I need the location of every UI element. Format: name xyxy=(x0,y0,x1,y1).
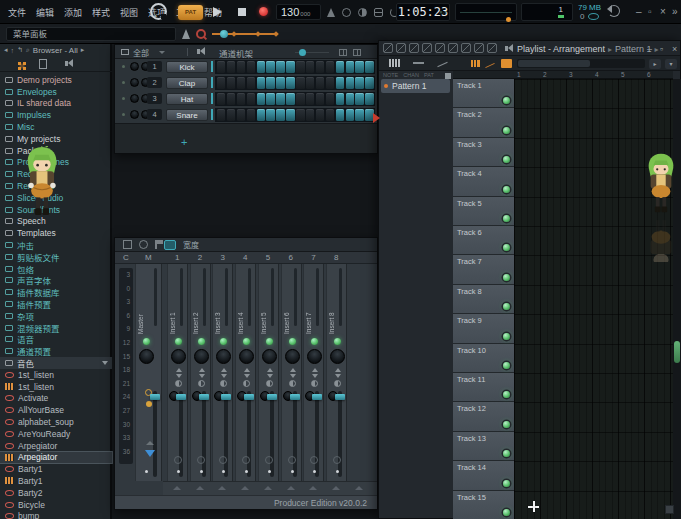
channel-row[interactable]: 1Kick xyxy=(115,59,377,75)
mute-led-icon[interactable] xyxy=(198,338,205,345)
fx-caret-icon[interactable] xyxy=(287,486,295,490)
slip-icon[interactable] xyxy=(448,43,458,53)
folder-icon[interactable] xyxy=(121,49,129,55)
maximize-button[interactable]: ▫ xyxy=(648,6,652,18)
volume-fader[interactable] xyxy=(338,391,342,477)
mixer-master-strip[interactable]: Master xyxy=(135,264,162,481)
mixer-record-icon[interactable] xyxy=(139,240,148,249)
track-header[interactable]: Track 5 xyxy=(453,197,514,226)
loop-record-icon[interactable] xyxy=(374,8,383,17)
browser-folder[interactable]: Envelopes xyxy=(0,86,112,98)
mixer-menu-icon[interactable] xyxy=(123,240,132,249)
step-cell[interactable] xyxy=(217,77,225,89)
browser-folder[interactable]: 插件数据库 xyxy=(0,286,112,298)
close-button[interactable]: × xyxy=(660,6,666,18)
wait-input-icon[interactable] xyxy=(342,8,351,17)
volume-fader[interactable] xyxy=(315,391,319,477)
track-led-icon[interactable] xyxy=(503,362,510,369)
mixer-insert-strip[interactable]: Insert 2 xyxy=(190,264,211,481)
mixer-insert-strip[interactable]: Insert 1 xyxy=(167,264,188,481)
browser-folder[interactable]: 声音字体 xyxy=(0,275,112,287)
track-header[interactable]: Track 10 xyxy=(453,344,514,373)
enable-dot-icon[interactable] xyxy=(336,470,339,473)
mixer-insert-strip[interactable]: Insert 4 xyxy=(235,264,256,481)
step-cell[interactable] xyxy=(365,61,373,73)
track-header[interactable]: Track 14 xyxy=(453,461,514,490)
step-cell[interactable] xyxy=(336,61,344,73)
channel-rack-titlebar[interactable]: 全部 通道机架 xyxy=(115,45,377,59)
step-cell[interactable] xyxy=(316,93,324,105)
step-cell[interactable] xyxy=(365,77,373,89)
step-cell[interactable] xyxy=(286,93,294,105)
step-cell[interactable] xyxy=(306,109,314,121)
step-cell[interactable] xyxy=(355,93,363,105)
fader-handle[interactable] xyxy=(221,394,231,400)
pan-knob[interactable] xyxy=(262,349,277,364)
picker-column-label[interactable]: CHAN xyxy=(403,72,419,78)
picker-audio-tab-icon[interactable] xyxy=(413,59,424,67)
more-button[interactable]: » xyxy=(672,6,678,18)
pattern-color-dot[interactable] xyxy=(384,84,388,88)
browser-folder[interactable]: 通道预置 xyxy=(0,345,112,357)
step-cell[interactable] xyxy=(266,109,274,121)
browser-folder[interactable]: 语音 xyxy=(0,334,112,346)
stop-button[interactable] xyxy=(238,8,246,16)
disk-icon[interactable] xyxy=(146,401,152,407)
step-cell[interactable] xyxy=(227,109,235,121)
fx-caret-icon[interactable] xyxy=(196,486,204,490)
mute-led-icon[interactable] xyxy=(143,338,150,345)
mixer-insert-strip[interactable]: Insert 6 xyxy=(281,264,302,481)
picker-patterns-tab-icon[interactable] xyxy=(389,59,400,67)
speaker-icon[interactable] xyxy=(505,46,508,51)
filter-caret-icon[interactable] xyxy=(159,51,165,54)
picker-mini-button[interactable] xyxy=(445,73,451,79)
record-button[interactable] xyxy=(259,7,268,16)
mixer-view-selector[interactable]: 宽度 xyxy=(183,239,199,250)
scroll-caret-icon[interactable] xyxy=(102,361,108,365)
back-icon[interactable]: ◂ xyxy=(4,46,8,54)
mixer-insert-strip[interactable]: Insert 7 xyxy=(303,264,324,481)
step-cell[interactable] xyxy=(306,77,314,89)
fader-handle[interactable] xyxy=(150,394,160,400)
countdown-icon[interactable] xyxy=(358,8,367,17)
channel-pan-knob[interactable] xyxy=(130,110,139,119)
menu-item[interactable]: 样式 xyxy=(90,5,112,20)
channel-row[interactable]: 3Hat xyxy=(115,91,377,107)
playlist-minimize-button[interactable]: – xyxy=(647,44,652,54)
browser-file[interactable]: Barty2 xyxy=(0,487,112,499)
channel-pan-knob[interactable] xyxy=(130,62,139,71)
browser-folder[interactable]: IL shared data xyxy=(0,98,112,110)
pan-knob[interactable] xyxy=(139,349,154,364)
step-cell[interactable] xyxy=(346,61,354,73)
menu-item[interactable]: 视图 xyxy=(118,5,140,20)
fader-handle[interactable] xyxy=(267,394,277,400)
channel-led-icon[interactable] xyxy=(122,97,125,100)
stereo-sep-icon[interactable] xyxy=(244,368,250,372)
stereo-sep-icon[interactable] xyxy=(267,368,273,372)
step-cell[interactable] xyxy=(257,109,265,121)
browser-folder[interactable]: 混频器预置 xyxy=(0,322,112,334)
fader-handle[interactable] xyxy=(176,394,186,400)
track-led-icon[interactable] xyxy=(503,480,510,487)
track-led-icon[interactable] xyxy=(503,215,510,222)
browser-file[interactable]: 1st_listen xyxy=(0,381,112,393)
up-icon[interactable]: ↑ xyxy=(11,47,15,54)
browser-folder[interactable]: 包络 xyxy=(0,263,112,275)
mixer-view-icon[interactable] xyxy=(164,240,176,250)
fx-caret-icon[interactable] xyxy=(355,486,363,490)
step-cell[interactable] xyxy=(227,93,235,105)
browser-folder[interactable]: Templates xyxy=(0,227,112,239)
step-cell[interactable] xyxy=(326,61,334,73)
scroll-right-button[interactable]: ▸ xyxy=(649,59,661,69)
enable-dot-icon[interactable] xyxy=(268,470,271,473)
fx-caret-icon[interactable] xyxy=(218,486,226,490)
step-cell[interactable] xyxy=(316,61,324,73)
track-header[interactable]: Track 11 xyxy=(453,373,514,402)
stereo-sep-icon[interactable] xyxy=(176,368,182,372)
track-header[interactable]: Track 9 xyxy=(453,314,514,343)
slider-handle[interactable] xyxy=(220,30,228,38)
track-header[interactable]: Track 8 xyxy=(453,285,514,314)
playlist-close-button[interactable]: × xyxy=(672,44,677,54)
browser-folder[interactable]: Speech xyxy=(0,216,112,228)
mixer-insert-strip[interactable]: Insert 5 xyxy=(258,264,279,481)
